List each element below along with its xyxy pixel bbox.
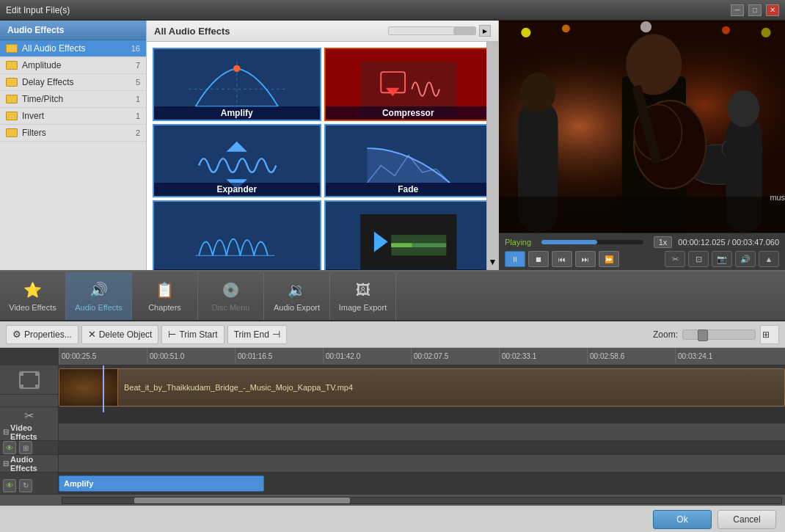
volume-button[interactable]: 🔊 [735, 251, 756, 267]
right-scroll-btn[interactable]: ▼ [486, 42, 498, 270]
svg-point-36 [640, 21, 651, 32]
svg-point-34 [521, 28, 530, 37]
waveform2-svg [326, 214, 492, 269]
svg-point-37 [722, 26, 730, 34]
stop-button[interactable]: ⏹ [528, 251, 549, 267]
progress-bar[interactable] [541, 240, 643, 244]
playback-controls: Playing 1x 00:00:12.025 / 00:03:47.060 ⏸… [499, 233, 785, 270]
item-count: 1 [136, 95, 140, 103]
video-filename: Beat_it_by_Thaikkudam_Bridge_-_Music_Moj… [118, 383, 359, 392]
toolbar-disc-menu[interactable]: 💿 Disc Menu [198, 272, 264, 320]
h-scroll-track[interactable] [62, 497, 782, 504]
scroll-right-btn[interactable]: ▶ [479, 25, 491, 37]
playback-speed: 1x [654, 236, 673, 248]
sidebar-item-all-audio-effects[interactable]: All Audio Effects 16 [0, 40, 146, 57]
video-scene: music [499, 21, 785, 233]
amplify-track-label: Amplify [64, 479, 93, 488]
video-effects-title: Video Effects [10, 423, 55, 441]
maximize-button[interactable]: □ [748, 4, 762, 16]
toolbar-audio-export-label: Audio Export [274, 303, 320, 312]
audio-effects-control-row: 👁 ↻ Amplify [0, 473, 785, 494]
waveform2-label [326, 269, 492, 270]
amplify-track-item[interactable]: Amplify [59, 475, 264, 492]
left-panel-header: Audio Effects [0, 21, 146, 40]
playback-status: Playing [505, 238, 531, 247]
toolbar-audio-export[interactable]: 🔉 Audio Export [264, 272, 330, 320]
toolbar-image-export[interactable]: 🖼 Image Export [330, 272, 396, 320]
trim-start-button[interactable]: ⊢ Trim Start [161, 325, 224, 344]
svg-rect-44 [35, 385, 39, 388]
video-thumbnail [59, 369, 118, 406]
svg-rect-43 [20, 385, 23, 388]
scroll-track[interactable] [388, 26, 476, 35]
sidebar-item-invert[interactable]: Invert 1 [0, 108, 146, 125]
audio-eye-button[interactable]: 👁 [3, 479, 16, 492]
sidebar-item-filters[interactable]: Filters 2 [0, 125, 146, 142]
fit-button[interactable]: ⊡ [688, 251, 709, 267]
effect-waveform2[interactable] [324, 200, 493, 270]
toolbar-audio-effects-label: Audio Effects [75, 303, 123, 312]
video-effects-section: ⊟ Video Effects [0, 423, 785, 441]
ruler-mark-4: 00:01:42.0 [323, 348, 411, 365]
minimize-button[interactable]: ─ [731, 4, 744, 16]
center-panel: All Audio Effects ▶ [147, 21, 499, 270]
video-track-content: Beat_it_by_Thaikkudam_Bridge_-_Music_Moj… [59, 365, 785, 412]
effect-waveform1[interactable] [153, 200, 321, 270]
effect-fade[interactable]: Fade [324, 124, 493, 197]
zoom-slider[interactable] [682, 329, 756, 340]
chapters-icon: 📋 [153, 280, 177, 300]
properties-button[interactable]: ⚙ Properties... [6, 325, 78, 344]
sidebar-item-delay-effects[interactable]: Delay Effects 5 [0, 74, 146, 91]
playback-buttons: ⏸ ⏹ ⏮ ⏭ ⏩ ✂ ⊡ 📷 🔊 ▲ [505, 251, 779, 267]
cancel-button[interactable]: Cancel [718, 510, 776, 529]
zoom-fit-button[interactable]: ⊞ [760, 325, 779, 344]
scissors-button[interactable]: ✂ [665, 251, 685, 267]
svg-point-4 [233, 65, 240, 72]
prev-button[interactable]: ⏮ [552, 251, 572, 267]
snapshot-button[interactable]: 📷 [712, 251, 732, 267]
svg-point-25 [520, 73, 555, 113]
folder-icon [6, 61, 18, 70]
audio-collapse-icon[interactable]: ⊟ [3, 459, 9, 467]
effect-expander[interactable]: Expander [153, 124, 321, 197]
zoom-thumb[interactable] [698, 329, 708, 341]
ok-button[interactable]: Ok [653, 510, 712, 529]
effect-compressor[interactable]: Compressor [324, 48, 493, 121]
next-button[interactable]: ⏭ [575, 251, 596, 267]
pause-button[interactable]: ⏸ [505, 251, 525, 267]
svg-rect-42 [35, 372, 39, 376]
playback-info: Playing 1x 00:00:12.025 / 00:03:47.060 [505, 236, 779, 248]
waveform1-label [154, 269, 320, 270]
item-count: 16 [131, 44, 140, 53]
effect-amplify[interactable]: Amplify [153, 48, 321, 121]
gear-icon: ⚙ [12, 329, 21, 340]
step-forward-button[interactable]: ⏩ [599, 251, 619, 267]
toolbar-video-effects[interactable]: ⭐ Video Effects [0, 272, 66, 320]
track-settings-button[interactable]: ⊞ [19, 441, 32, 454]
more-button[interactable]: ▲ [759, 251, 779, 267]
eye-visibility-button[interactable]: 👁 [3, 441, 16, 454]
delete-object-button[interactable]: ✕ Delete Object [81, 325, 159, 344]
video-effects-control-row: 👁 ⊞ [0, 441, 785, 455]
effects-area: Amplify Compressor [147, 42, 498, 270]
effects-grid: Amplify Compressor [147, 42, 498, 270]
close-button[interactable]: ✕ [766, 4, 779, 16]
trim-start-icon: ⊢ [168, 329, 176, 340]
image-export-icon: 🖼 [351, 280, 375, 300]
sidebar-item-amplitude[interactable]: Amplitude 7 [0, 57, 146, 74]
sidebar-item-time-pitch[interactable]: Time/Pitch 1 [0, 91, 146, 108]
toolbar-audio-effects[interactable]: 🔊 Audio Effects [66, 272, 132, 320]
trim-end-button[interactable]: Trim End ⊣ [227, 325, 287, 344]
toolbar-chapters-label: Chapters [148, 303, 181, 312]
compressor-label: Compressor [326, 106, 492, 120]
folder-icon [6, 128, 18, 137]
collapse-icon[interactable]: ⊟ [3, 428, 9, 436]
video-track-item[interactable]: Beat_it_by_Thaikkudam_Bridge_-_Music_Moj… [59, 368, 785, 407]
item-count: 2 [136, 128, 140, 137]
audio-refresh-button[interactable]: ↻ [19, 479, 32, 492]
toolbar-chapters[interactable]: 📋 Chapters [132, 272, 198, 320]
audio-track-controls: 👁 ↻ [0, 473, 59, 494]
ruler-mark-1: 00:00:25.5 [59, 348, 147, 365]
sidebar-item-label: Delay Effects [22, 77, 73, 87]
folder-icon [6, 44, 18, 53]
